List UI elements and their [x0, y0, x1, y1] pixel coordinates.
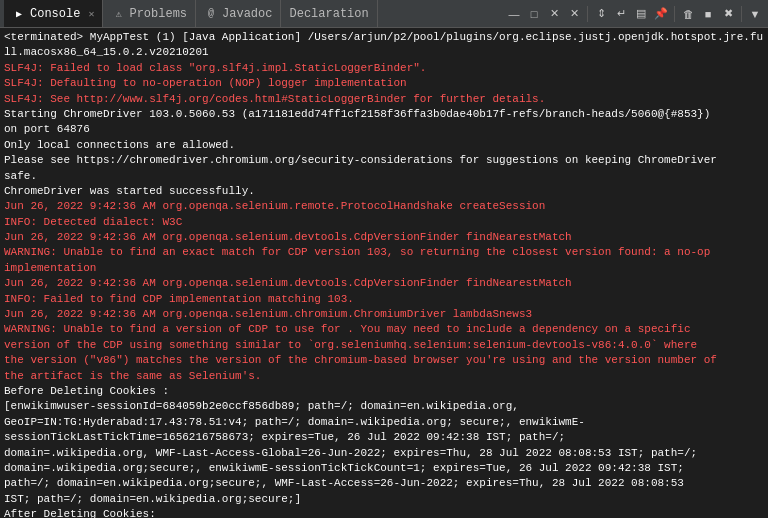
console-output[interactable]: <terminated> MyAppTest (1) [Java Applica…	[0, 28, 768, 518]
tab-console-close[interactable]: ✕	[88, 8, 94, 20]
tab-console[interactable]: ▶ Console ✕	[4, 0, 103, 27]
tab-problems-label: Problems	[129, 7, 187, 21]
maximize-button[interactable]: □	[525, 5, 543, 23]
pin-button[interactable]: 📌	[652, 5, 670, 23]
open-console-button[interactable]: ▤	[632, 5, 650, 23]
tab-declaration[interactable]: Declaration	[281, 0, 377, 27]
console-line: ChromeDriver was started successfully.	[4, 184, 764, 199]
console-line: SLF4J: Defaulting to no-operation (NOP) …	[4, 76, 764, 91]
minimize-button[interactable]: —	[505, 5, 523, 23]
console-line: INFO: Failed to find CDP implementation …	[4, 292, 764, 307]
console-line: WARNING: Unable to find a version of CDP…	[4, 322, 764, 384]
tab-console-label: Console	[30, 7, 80, 21]
tab-problems[interactable]: ⚠ Problems	[103, 0, 196, 27]
tab-declaration-label: Declaration	[289, 7, 368, 21]
tab-javadoc[interactable]: @ Javadoc	[196, 0, 281, 27]
console-line: After Deleting Cookies:	[4, 507, 764, 518]
console-line: Only local connections are allowed.	[4, 138, 764, 153]
console-line: Jun 26, 2022 9:42:36 AM org.openqa.selen…	[4, 230, 764, 245]
console-line: SLF4J: Failed to load class "org.slf4j.i…	[4, 61, 764, 76]
scroll-lock-button[interactable]: ⇕	[592, 5, 610, 23]
console-line: SLF4J: See http://www.slf4j.org/codes.ht…	[4, 92, 764, 107]
tab-bar: ▶ Console ✕ ⚠ Problems @ Javadoc Declara…	[0, 0, 768, 28]
console-line: Jun 26, 2022 9:42:36 AM org.openqa.selen…	[4, 276, 764, 291]
close-view-button[interactable]: ✕	[545, 5, 563, 23]
remove-all-button[interactable]: ✖	[719, 5, 737, 23]
console-line: [enwikimwuser-sessionId=684059b2e0ccf856…	[4, 399, 764, 507]
console-line: Jun 26, 2022 9:42:36 AM org.openqa.selen…	[4, 307, 764, 322]
toolbar-sep3	[741, 6, 742, 22]
javadoc-icon: @	[204, 7, 218, 21]
problems-icon: ⚠	[111, 7, 125, 21]
console-line: Starting ChromeDriver 103.0.5060.53 (a17…	[4, 107, 764, 138]
toolbar-sep1	[587, 6, 588, 22]
toolbar-buttons: — □ ✕ ✕ ⇕ ↵ ▤ 📌 🗑 ■ ✖ ▼	[505, 5, 764, 23]
console-line: Jun 26, 2022 9:42:36 AM org.openqa.selen…	[4, 199, 764, 214]
word-wrap-button[interactable]: ↵	[612, 5, 630, 23]
console-line: Before Deleting Cookies :	[4, 384, 764, 399]
console-line: WARNING: Unable to find an exact match f…	[4, 245, 764, 276]
view-menu-button[interactable]: ▼	[746, 5, 764, 23]
clear-button[interactable]: 🗑	[679, 5, 697, 23]
tab-javadoc-label: Javadoc	[222, 7, 272, 21]
close-all-button[interactable]: ✕	[565, 5, 583, 23]
terminate-button[interactable]: ■	[699, 5, 717, 23]
console-line: <terminated> MyAppTest (1) [Java Applica…	[4, 30, 764, 61]
console-icon: ▶	[12, 7, 26, 21]
console-line: INFO: Detected dialect: W3C	[4, 215, 764, 230]
toolbar-sep2	[674, 6, 675, 22]
console-line: Please see https://chromedriver.chromium…	[4, 153, 764, 184]
